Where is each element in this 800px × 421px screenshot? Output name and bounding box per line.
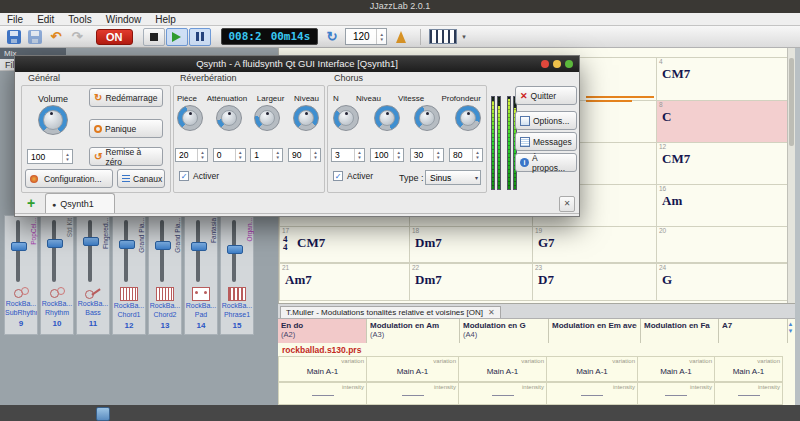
volume-slider[interactable]	[124, 220, 128, 282]
playback-on-button[interactable]: ON	[96, 29, 133, 45]
bar-cell[interactable]: 23 D7	[532, 263, 657, 301]
chorus-level-spinbox[interactable]: 100	[370, 148, 404, 162]
section-header[interactable]: En do(A2)	[278, 319, 367, 343]
variation-cell[interactable]: variationMain A-1	[278, 356, 367, 382]
damp-knob[interactable]	[216, 105, 242, 131]
menu-help[interactable]: Help	[148, 14, 183, 25]
volume-slider[interactable]	[88, 220, 92, 282]
mixer-channel[interactable]: Organ... RockBa... Phrase1 15	[220, 215, 254, 335]
about-button[interactable]: i À propos...	[515, 153, 577, 172]
chord-symbol[interactable]: CM7	[662, 151, 690, 167]
loop-icon[interactable]: ↻	[326, 29, 337, 44]
pause-button[interactable]	[189, 28, 211, 46]
variation-cell[interactable]: variationMain A-1	[637, 356, 715, 382]
section-header[interactable]: A7	[719, 319, 788, 343]
menu-tools[interactable]: Tools	[61, 14, 98, 25]
leadsheet-scrollbar[interactable]	[787, 48, 795, 303]
variation-cell[interactable]: variationMain A-1	[366, 356, 459, 382]
variation-cell[interactable]: variationMain A-1	[546, 356, 638, 382]
messages-button[interactable]: Messages	[515, 132, 577, 151]
bar-cell[interactable]: 19 G7	[532, 226, 657, 263]
restart-button[interactable]: ↻ Redémarrage	[89, 88, 163, 107]
metronome-icon[interactable]	[396, 31, 406, 43]
level-knob[interactable]	[293, 105, 319, 131]
menu-window[interactable]: Window	[99, 14, 149, 25]
chord-symbol[interactable]: G7	[538, 235, 555, 251]
tempo-spinner[interactable]: 120	[345, 28, 387, 45]
bar-cell[interactable]: 17 44 CM7	[279, 226, 410, 263]
close-icon[interactable]: ✕	[488, 308, 495, 317]
chord-symbol[interactable]: G	[662, 272, 672, 288]
bar-cell[interactable]: 20	[656, 226, 790, 263]
volume-slider[interactable]	[52, 220, 56, 282]
options-button[interactable]: Options...	[515, 111, 577, 130]
bar-cell[interactable]: 18 Dm7	[409, 226, 533, 263]
panic-button[interactable]: Panique	[89, 119, 163, 138]
redo-button[interactable]: ↷	[68, 28, 86, 46]
reset-button[interactable]: ↺ Remise à zéro	[89, 147, 163, 166]
quit-button[interactable]: ✕ Quitter	[515, 86, 577, 105]
configuration-button[interactable]: Configuration...	[25, 169, 113, 188]
intensity-cell[interactable]: intensity	[278, 382, 367, 405]
intensity-cell[interactable]: intensity	[637, 382, 715, 405]
chord-symbol[interactable]: CM7	[662, 66, 690, 82]
bar-cell[interactable]: 24 G	[656, 263, 790, 301]
channels-button[interactable]: Canaux	[117, 169, 165, 188]
damp-spinbox[interactable]: 0	[213, 148, 246, 162]
mixer-channel[interactable]: Fingered... RockBa... Bass 11	[76, 215, 110, 335]
spin-arrows[interactable]	[62, 150, 72, 163]
mixer-channel[interactable]: Grand Pia... RockBa... Chord2 13	[148, 215, 182, 335]
room-knob[interactable]	[177, 105, 203, 131]
maximize-window-icon[interactable]	[565, 60, 573, 68]
chorus-speed-spinbox[interactable]: 30	[410, 148, 444, 162]
chevron-down-icon[interactable]: ▾	[462, 33, 466, 41]
scrollbar-thumb[interactable]	[789, 58, 794, 146]
song-tab[interactable]: T.Muller - Modulations tonalités relativ…	[280, 306, 501, 318]
bar-cell[interactable]: 21 Am7	[279, 263, 410, 301]
chorus-activate-checkbox[interactable]: ✓ Activer	[333, 171, 373, 181]
chord-symbol[interactable]: Am7	[285, 272, 312, 288]
taskbar-app-icon[interactable]	[96, 407, 110, 421]
chorus-depth-spinbox[interactable]: 80	[449, 148, 483, 162]
panel-scroll-arrows[interactable]	[787, 321, 794, 335]
section-header[interactable]: Modulation en Fa	[641, 319, 719, 343]
section-header[interactable]: Modulation en Am(A3)	[367, 319, 460, 343]
volume-knob[interactable]	[38, 105, 68, 135]
chorus-speed-knob[interactable]	[414, 105, 440, 131]
mixer-channel[interactable]: PopCel... RockBa... SubRhythm 9	[4, 215, 38, 335]
bar-cell[interactable]: 16 Am	[656, 184, 790, 227]
variation-cell[interactable]: variationMain A-1	[458, 356, 547, 382]
chord-symbol[interactable]: Dm7	[415, 272, 442, 288]
save-button[interactable]	[5, 28, 23, 46]
volume-spinbox[interactable]: 100	[27, 149, 73, 164]
mixer-channel[interactable]: Std Kit RockBa... Rhythm 10	[40, 215, 74, 335]
close-panel-button[interactable]: ✕	[559, 196, 575, 212]
menu-file[interactable]: File	[0, 14, 30, 25]
section-header[interactable]: Modulation en Em avec ...	[549, 319, 641, 343]
chord-symbol[interactable]: D7	[538, 272, 554, 288]
play-button[interactable]	[166, 28, 188, 46]
chord-symbol[interactable]: CM7	[297, 235, 325, 251]
mixer-channel[interactable]: Fantasia RockBa... Pad 14	[184, 215, 218, 335]
width-knob[interactable]	[254, 105, 280, 131]
bar-cell[interactable]: 22 Dm7	[409, 263, 533, 301]
chord-symbol[interactable]: Dm7	[415, 235, 442, 251]
bar-cell-playing[interactable]: 8 C	[656, 100, 790, 143]
engine-tab[interactable]: ● Qsynth1	[45, 193, 115, 214]
chorus-n-knob[interactable]	[333, 105, 359, 131]
chorus-type-combobox[interactable]: Sinus▾	[425, 170, 481, 185]
midi-keyboard-icon[interactable]	[429, 29, 457, 44]
volume-slider[interactable]	[160, 220, 164, 282]
mixer-channel[interactable]: Grand Pia... RockBa... Chord1 12	[112, 215, 146, 335]
chord-symbol[interactable]: Am	[662, 193, 682, 209]
undo-button[interactable]: ↶	[47, 28, 65, 46]
section-header[interactable]: Modulation en G(A4)	[460, 319, 549, 343]
level-spinbox[interactable]: 90	[288, 148, 321, 162]
intensity-cell[interactable]: intensity	[714, 382, 783, 405]
close-window-icon[interactable]	[541, 60, 549, 68]
volume-slider[interactable]	[196, 220, 200, 282]
minimize-window-icon[interactable]	[553, 60, 561, 68]
variation-cell[interactable]: variationMain A-1	[714, 356, 783, 382]
chorus-n-spinbox[interactable]: 3	[331, 148, 365, 162]
volume-slider[interactable]	[232, 220, 236, 282]
